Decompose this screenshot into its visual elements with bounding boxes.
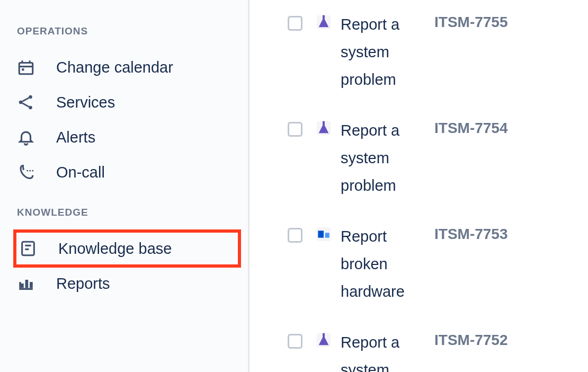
- svg-rect-19: [25, 280, 29, 288]
- issue-summary: Report broken hardware: [315, 220, 413, 305]
- issue-checkbox[interactable]: [288, 334, 302, 349]
- issue-summary: Report a system problem: [315, 114, 413, 199]
- issue-list: problem Report a system problem: [288, 0, 588, 372]
- sidebar-item-label: Reports: [56, 275, 110, 293]
- issue-summary-text: Report a system problem: [341, 329, 413, 372]
- svg-rect-0: [19, 63, 33, 74]
- sidebar: OPERATIONS Change calendar Services: [0, 0, 250, 372]
- system-problem-icon: [315, 14, 332, 31]
- svg-rect-29: [325, 233, 329, 237]
- sidebar-item-knowledge-base[interactable]: Knowledge base: [15, 231, 239, 266]
- section-heading-knowledge: KNOWLEDGE: [17, 207, 239, 218]
- issue-row[interactable]: problem: [288, 0, 588, 8]
- svg-line-8: [22, 98, 29, 102]
- sidebar-item-label: Services: [56, 94, 115, 111]
- sidebar-item-alerts[interactable]: Alerts: [17, 120, 239, 155]
- issue-key: ITSM-7753: [434, 226, 508, 243]
- main-content: problem Report a system problem: [250, 0, 588, 372]
- issue-body: Report a system problem ITSM-7754: [315, 114, 588, 199]
- issue-row[interactable]: Report a system problem ITSM-7752: [288, 326, 588, 372]
- bell-icon: [17, 128, 35, 146]
- svg-rect-18: [21, 284, 24, 288]
- issue-key: ITSM-7755: [434, 14, 508, 31]
- issue-row[interactable]: Report broken hardware ITSM-7753: [288, 220, 588, 326]
- sidebar-item-reports[interactable]: Reports: [17, 266, 239, 301]
- svg-point-6: [19, 101, 23, 104]
- sidebar-item-change-calendar[interactable]: Change calendar: [17, 50, 239, 85]
- issue-summary-text: Report a system problem: [341, 11, 413, 93]
- bar-chart-icon: [17, 274, 35, 293]
- issue-checkbox[interactable]: [288, 122, 302, 137]
- issue-row[interactable]: Report a system problem ITSM-7754: [288, 114, 588, 220]
- svg-rect-4: [22, 68, 24, 70]
- sidebar-item-on-call[interactable]: On-call: [17, 155, 239, 190]
- section-heading-operations: OPERATIONS: [17, 25, 239, 37]
- book-icon: [19, 240, 37, 258]
- services-icon: [17, 93, 35, 111]
- issue-checkbox[interactable]: [288, 228, 302, 243]
- calendar-icon: [17, 58, 35, 76]
- sidebar-item-label: On-call: [56, 164, 105, 181]
- svg-line-9: [22, 103, 29, 107]
- issue-key: ITSM-7752: [434, 332, 508, 349]
- svg-rect-28: [318, 231, 324, 237]
- svg-point-5: [29, 95, 32, 99]
- issue-summary: Report a system problem: [315, 326, 413, 372]
- svg-point-12: [32, 170, 33, 172]
- issue-checkbox[interactable]: [288, 16, 302, 31]
- issue-row[interactable]: Report a system problem ITSM-7755: [288, 8, 588, 114]
- system-problem-icon: [315, 332, 332, 349]
- issue-summary: Report a system problem: [315, 8, 413, 93]
- svg-rect-26: [323, 121, 325, 126]
- svg-rect-32: [323, 333, 325, 338]
- phone-icon: [17, 163, 35, 181]
- issue-body: Report broken hardware ITSM-7753: [315, 220, 588, 305]
- hardware-icon: [315, 226, 332, 243]
- issue-summary-text: Report broken hardware: [341, 223, 413, 305]
- issue-body: Report a system problem ITSM-7752: [315, 326, 588, 372]
- system-problem-icon: [315, 120, 332, 137]
- svg-rect-23: [323, 15, 325, 20]
- issue-summary-text: Report a system problem: [341, 117, 413, 199]
- svg-rect-16: [19, 288, 33, 290]
- sidebar-item-label: Alerts: [56, 129, 95, 146]
- svg-point-7: [29, 106, 32, 110]
- svg-point-11: [29, 170, 31, 172]
- issue-body: Report a system problem ITSM-7755: [315, 8, 588, 93]
- sidebar-item-label: Change calendar: [56, 59, 173, 76]
- sidebar-item-services[interactable]: Services: [17, 85, 239, 120]
- issue-key: ITSM-7754: [434, 120, 508, 137]
- svg-rect-20: [30, 282, 33, 288]
- sidebar-item-label: Knowledge base: [58, 240, 172, 258]
- svg-point-10: [26, 170, 28, 172]
